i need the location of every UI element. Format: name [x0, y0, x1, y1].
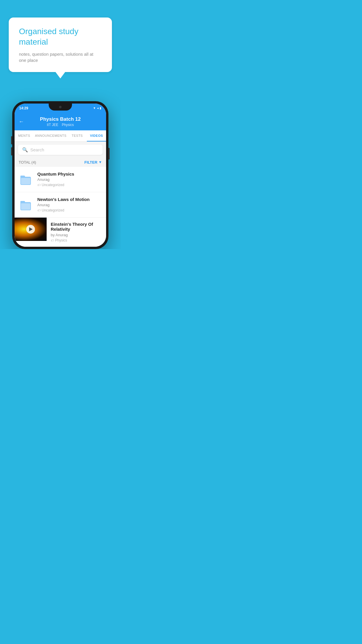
tag-icon-3: 🏷 — [51, 239, 54, 242]
video-author-2: Anurag — [37, 203, 102, 207]
vol-down-button — [11, 147, 12, 155]
video-icon-wrap-1 — [19, 172, 33, 187]
subtitle-physics: Physics — [62, 123, 74, 127]
tab-ments[interactable]: MENTS — [15, 130, 34, 141]
video-author-3: by Anurag — [51, 233, 102, 237]
video-title-2: Newton's Laws of Motion — [37, 197, 102, 202]
volume-buttons — [11, 136, 12, 155]
video-icon-wrap-2 — [19, 197, 33, 213]
video-item-3[interactable]: Einstein's Theory Of Relativity by Anura… — [15, 218, 106, 247]
video-info-2: Newton's Laws of Motion Anurag 🏷 Uncateg… — [37, 197, 102, 212]
thumbnail-wrap — [15, 218, 47, 241]
video-info-1: Quantum Physics Anurag 🏷 Uncategorized — [37, 172, 102, 187]
camera — [59, 106, 61, 108]
signal-icon: ◂ — [97, 106, 99, 110]
tag-label-2: Uncategorized — [42, 208, 64, 212]
phone-mockup: 14:29 ▼ ◂ ▮ ← Physics Batch 12 IIT JEE P… — [12, 101, 108, 249]
app-header: ← Physics Batch 12 IIT JEE Physics — [15, 113, 106, 130]
video-tag-3: 🏷 Physics — [51, 238, 102, 242]
phone-screen: 14:29 ▼ ◂ ▮ ← Physics Batch 12 IIT JEE P… — [15, 104, 106, 247]
tab-bar: MENTS ANNOUNCEMENTS TESTS VIDEOS — [15, 130, 106, 142]
video-author-1: Anurag — [37, 177, 102, 182]
top-section: Organised study material notes, question… — [0, 0, 121, 84]
filter-icon: ▼ — [99, 160, 102, 164]
tab-tests[interactable]: TESTS — [68, 130, 87, 141]
video-tag-1: 🏷 Uncategorized — [37, 183, 102, 187]
bubble-subtitle: notes, question papers, solutions all at… — [19, 51, 102, 63]
video-list: Quantum Physics Anurag 🏷 Uncategorized — [15, 167, 106, 247]
phone-notch — [49, 104, 72, 111]
tag-label-1: Uncategorized — [42, 183, 64, 187]
phone-wrapper: 14:29 ▼ ◂ ▮ ← Physics Batch 12 IIT JEE P… — [0, 101, 121, 249]
power-button — [108, 148, 110, 160]
play-triangle-icon — [29, 227, 33, 231]
folder-front — [21, 178, 30, 184]
status-bar: 14:29 ▼ ◂ ▮ — [15, 104, 106, 113]
folder-front-2 — [21, 203, 30, 210]
bubble-title: Organised study material — [19, 26, 102, 48]
filter-label: FILTER — [85, 160, 98, 164]
folder-icon-1 — [20, 174, 31, 185]
filter-bar: TOTAL (4) FILTER ▼ — [15, 158, 106, 167]
speech-bubble: Organised study material notes, question… — [9, 18, 112, 72]
filter-button[interactable]: FILTER ▼ — [85, 160, 102, 164]
video-title-1: Quantum Physics — [37, 172, 102, 176]
video-item-2[interactable]: Newton's Laws of Motion Anurag 🏷 Uncateg… — [15, 192, 106, 218]
battery-icon: ▮ — [100, 106, 101, 110]
search-container: 🔍 Search — [15, 142, 106, 158]
tag-icon-2: 🏷 — [37, 209, 41, 212]
thumbnail-bg — [15, 218, 47, 241]
folder-icon-2 — [20, 199, 31, 210]
search-placeholder: Search — [30, 147, 44, 152]
tag-icon-1: 🏷 — [37, 183, 41, 187]
back-button[interactable]: ← — [19, 118, 24, 125]
total-count: TOTAL (4) — [19, 160, 36, 164]
wifi-icon: ▼ — [93, 106, 96, 110]
search-bar[interactable]: 🔍 Search — [18, 145, 103, 155]
tag-label-3: Physics — [55, 238, 67, 242]
video-item-1[interactable]: Quantum Physics Anurag 🏷 Uncategorized — [15, 167, 106, 192]
vol-up-button — [11, 136, 12, 144]
tab-announcements[interactable]: ANNOUNCEMENTS — [34, 130, 68, 141]
search-icon: 🔍 — [22, 147, 28, 153]
status-time: 14:29 — [19, 106, 28, 110]
video-info-3: Einstein's Theory Of Relativity by Anura… — [47, 218, 106, 246]
video-tag-2: 🏷 Uncategorized — [37, 208, 102, 212]
tab-videos[interactable]: VIDEOS — [87, 130, 106, 141]
subtitle-iitjee: IIT JEE — [47, 123, 58, 127]
header-title: Physics Batch 12 — [40, 116, 81, 122]
play-button[interactable] — [26, 225, 35, 234]
video-title-3: Einstein's Theory Of Relativity — [51, 222, 102, 232]
status-icons: ▼ ◂ ▮ — [93, 106, 101, 110]
header-subtitle: IIT JEE Physics — [47, 123, 74, 127]
